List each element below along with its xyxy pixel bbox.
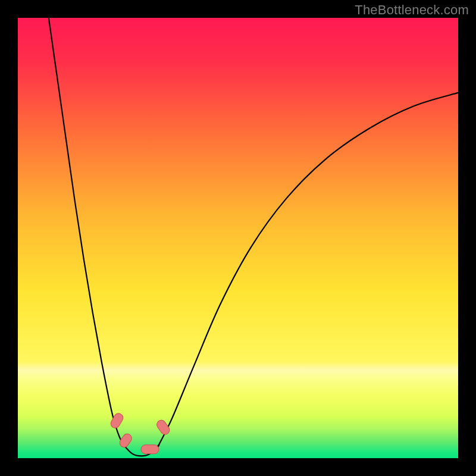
valley-marker xyxy=(109,412,125,430)
valley-marker xyxy=(155,418,171,436)
plot-area xyxy=(18,18,458,458)
watermark-text: TheBottleneck.com xyxy=(355,2,469,18)
curve-layer xyxy=(18,18,458,458)
bottleneck-curve xyxy=(49,18,458,456)
valley-marker xyxy=(141,445,159,454)
valley-marker xyxy=(118,432,133,449)
chart-frame: TheBottleneck.com xyxy=(0,0,476,476)
